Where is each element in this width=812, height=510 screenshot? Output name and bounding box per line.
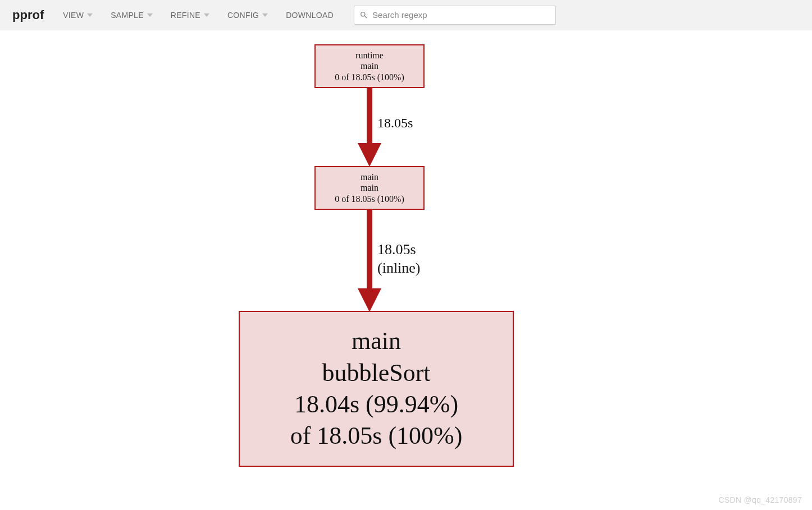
edge-label: 18.05s [377,116,413,131]
graph-canvas[interactable]: runtime main 0 of 18.05s (100%) 18.05s m… [0,30,812,510]
node-text: main [352,325,401,357]
topbar: pprof VIEW SAMPLE REFINE CONFIG DOWNLOAD [0,0,812,30]
search-input[interactable] [354,6,556,25]
chevron-down-icon [147,11,153,20]
node-text: main [361,182,378,193]
node-text: of 18.05s (100%) [290,420,463,452]
node-text: 0 of 18.05s (100%) [335,72,404,82]
search-wrap [354,6,556,25]
node-text: 18.04s (99.94%) [294,389,458,420]
watermark: CSDN @qq_42170897 [718,495,802,504]
menu-view[interactable]: VIEW [56,7,99,23]
menu-download[interactable]: DOWNLOAD [279,7,340,23]
menu-config[interactable]: CONFIG [221,7,275,23]
node-text: main [361,172,378,182]
menu-refine[interactable]: REFINE [164,7,216,23]
node-text: runtime [355,50,384,61]
edge-label: 18.05s (inline) [377,241,421,277]
chevron-down-icon [204,11,209,20]
node-text: main [361,61,378,71]
graph-node-main-bubblesort[interactable]: main bubbleSort 18.04s (99.94%) of 18.05… [239,311,514,467]
graph-node-main-main[interactable]: main main 0 of 18.05s (100%) [314,166,425,210]
menu-refine-label: REFINE [171,11,200,20]
menu-sample[interactable]: SAMPLE [104,7,159,23]
node-text: bubbleSort [322,357,430,389]
graph-node-runtime-main[interactable]: runtime main 0 of 18.05s (100%) [314,44,425,88]
edge-label-text: 18.05s [377,241,421,259]
app-title: pprof [12,8,44,22]
edge-label-text: (inline) [377,259,421,278]
menu-download-label: DOWNLOAD [286,11,334,20]
chevron-down-icon [262,11,268,20]
node-text: 0 of 18.05s (100%) [335,194,404,204]
menu-config-label: CONFIG [227,11,259,20]
menu-sample-label: SAMPLE [111,11,144,20]
chevron-down-icon [87,11,93,20]
menu-view-label: VIEW [63,11,84,20]
